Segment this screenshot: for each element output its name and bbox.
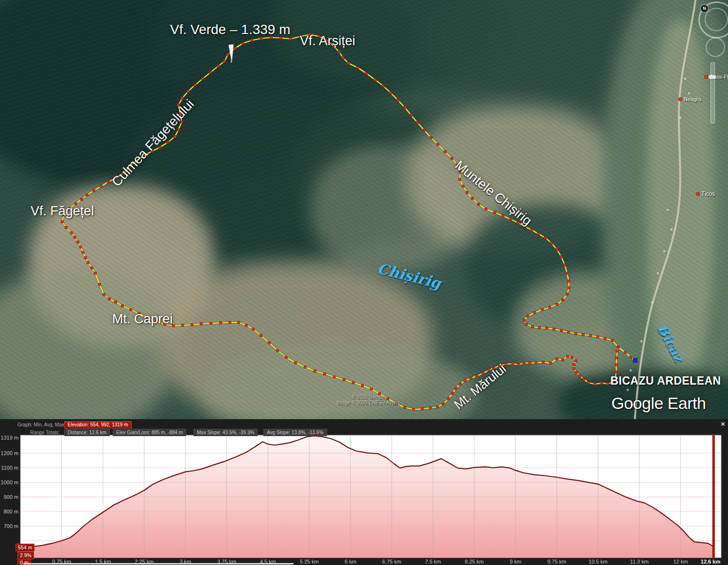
waypoint-marker[interactable] bbox=[455, 388, 457, 390]
waypoint-marker[interactable] bbox=[611, 339, 614, 342]
waypoint-marker[interactable] bbox=[546, 327, 548, 330]
waypoint-marker[interactable] bbox=[436, 406, 439, 408]
waypoint-marker[interactable] bbox=[227, 53, 229, 56]
waypoint-marker[interactable] bbox=[238, 321, 240, 324]
waypoint-marker[interactable] bbox=[260, 37, 263, 40]
waypoint-marker[interactable] bbox=[347, 62, 350, 65]
waypoint-marker[interactable] bbox=[459, 178, 461, 181]
waypoint-marker[interactable] bbox=[121, 305, 124, 307]
waypoint-marker[interactable] bbox=[541, 309, 544, 311]
waypoint-marker[interactable] bbox=[252, 328, 255, 331]
waypoint-marker[interactable] bbox=[245, 324, 248, 327]
waypoint-marker[interactable] bbox=[342, 57, 345, 59]
waypoint-marker[interactable] bbox=[556, 303, 558, 306]
waypoint-marker[interactable] bbox=[290, 38, 292, 40]
waypoint-marker[interactable] bbox=[583, 378, 585, 381]
profile-scrollbar[interactable] bbox=[23, 563, 294, 565]
waypoint-marker[interactable] bbox=[191, 324, 193, 326]
waypoint-marker[interactable] bbox=[324, 373, 326, 375]
waypoint-marker[interactable] bbox=[200, 323, 203, 325]
waypoint-marker[interactable] bbox=[568, 287, 571, 289]
waypoint-marker[interactable] bbox=[534, 312, 536, 314]
waypoint-marker[interactable] bbox=[108, 298, 111, 300]
waypoint-marker[interactable] bbox=[549, 306, 551, 309]
waypoint-marker[interactable] bbox=[575, 360, 577, 362]
waypoint-marker[interactable] bbox=[295, 362, 297, 364]
waypoint-marker[interactable] bbox=[80, 246, 82, 248]
waypoint-marker[interactable] bbox=[85, 257, 87, 259]
waypoint-marker[interactable] bbox=[430, 137, 433, 139]
waypoint-marker[interactable] bbox=[568, 280, 570, 282]
waypoint-marker[interactable] bbox=[478, 203, 480, 206]
waypoint-marker[interactable] bbox=[352, 382, 355, 384]
waypoint-marker[interactable] bbox=[568, 331, 570, 334]
waypoint-marker[interactable] bbox=[566, 272, 569, 275]
waypoint-marker[interactable] bbox=[314, 370, 316, 372]
waypoint-marker[interactable] bbox=[65, 227, 68, 229]
waypoint-marker[interactable] bbox=[70, 232, 73, 234]
waypoint-marker[interactable] bbox=[607, 383, 609, 385]
waypoint-marker[interactable] bbox=[77, 241, 79, 244]
waypoint-marker[interactable] bbox=[459, 383, 462, 386]
waypoint-marker[interactable] bbox=[529, 362, 531, 365]
waypoint-marker[interactable] bbox=[338, 51, 341, 53]
waypoint-marker[interactable] bbox=[532, 326, 534, 328]
waypoint-marker[interactable] bbox=[601, 382, 603, 385]
waypoint-marker[interactable] bbox=[174, 136, 176, 138]
waypoint-marker[interactable] bbox=[86, 194, 88, 196]
waypoint-marker[interactable] bbox=[494, 212, 496, 214]
waypoint-marker[interactable] bbox=[182, 324, 184, 327]
waypoint-marker[interactable] bbox=[251, 39, 253, 42]
waypoint-marker[interactable] bbox=[217, 65, 220, 68]
waypoint-marker[interactable] bbox=[617, 346, 620, 349]
waypoint-marker[interactable] bbox=[562, 299, 564, 301]
waypoint-marker[interactable] bbox=[210, 322, 212, 325]
waypoint-marker[interactable] bbox=[573, 364, 575, 366]
waypoint-marker[interactable] bbox=[525, 323, 528, 326]
waypoint-marker[interactable] bbox=[365, 72, 368, 75]
waypoint-marker[interactable] bbox=[471, 197, 474, 200]
waypoint-marker[interactable] bbox=[370, 388, 373, 390]
waypoint-marker[interactable] bbox=[523, 362, 525, 364]
waypoint-marker[interactable] bbox=[234, 47, 237, 50]
waypoint-marker[interactable] bbox=[553, 328, 555, 331]
waypoint-marker[interactable] bbox=[260, 335, 262, 337]
waypoint-marker[interactable] bbox=[333, 376, 336, 378]
waypoint-marker[interactable] bbox=[597, 336, 599, 338]
waypoint-marker[interactable] bbox=[560, 256, 563, 258]
waypoint-marker[interactable] bbox=[404, 106, 406, 109]
route-start-marker[interactable] bbox=[633, 358, 637, 362]
waypoint-marker[interactable] bbox=[187, 90, 190, 93]
waypoint-marker[interactable] bbox=[209, 71, 212, 74]
waypoint-marker[interactable] bbox=[579, 375, 581, 377]
waypoint-marker[interactable] bbox=[510, 218, 512, 221]
waypoint-marker[interactable] bbox=[470, 377, 472, 380]
waypoint-marker[interactable] bbox=[404, 406, 406, 409]
waypoint-marker[interactable] bbox=[616, 350, 619, 353]
waypoint-marker[interactable] bbox=[462, 185, 465, 188]
waypoint-marker[interactable] bbox=[224, 60, 226, 63]
route-waypoint-markers[interactable] bbox=[61, 34, 637, 411]
waypoint-marker[interactable] bbox=[115, 301, 117, 303]
waypoint-marker[interactable] bbox=[485, 208, 487, 211]
waypoint-marker[interactable] bbox=[382, 85, 385, 88]
waypoint-marker[interactable] bbox=[167, 141, 169, 144]
waypoint-marker[interactable] bbox=[575, 371, 578, 374]
waypoint-marker[interactable] bbox=[573, 368, 575, 370]
waypoint-marker[interactable] bbox=[374, 79, 377, 81]
waypoint-marker[interactable] bbox=[466, 192, 468, 194]
waypoint-marker[interactable] bbox=[588, 382, 590, 384]
waypoint-marker[interactable] bbox=[566, 293, 569, 296]
waypoint-marker[interactable] bbox=[61, 221, 64, 223]
waypoint-marker[interactable] bbox=[589, 335, 592, 337]
zoom-slider-track[interactable] bbox=[711, 62, 715, 124]
waypoint-marker[interactable] bbox=[571, 356, 573, 359]
waypoint-marker[interactable] bbox=[103, 294, 105, 296]
waypoint-marker[interactable] bbox=[615, 364, 618, 366]
waypoint-marker[interactable] bbox=[616, 357, 618, 359]
look-joystick-inner[interactable] bbox=[705, 8, 728, 31]
waypoint-marker[interactable] bbox=[575, 333, 577, 335]
waypoint-marker[interactable] bbox=[285, 356, 288, 359]
waypoint-marker[interactable] bbox=[268, 342, 271, 344]
zoom-slider-thumb[interactable] bbox=[709, 75, 716, 79]
